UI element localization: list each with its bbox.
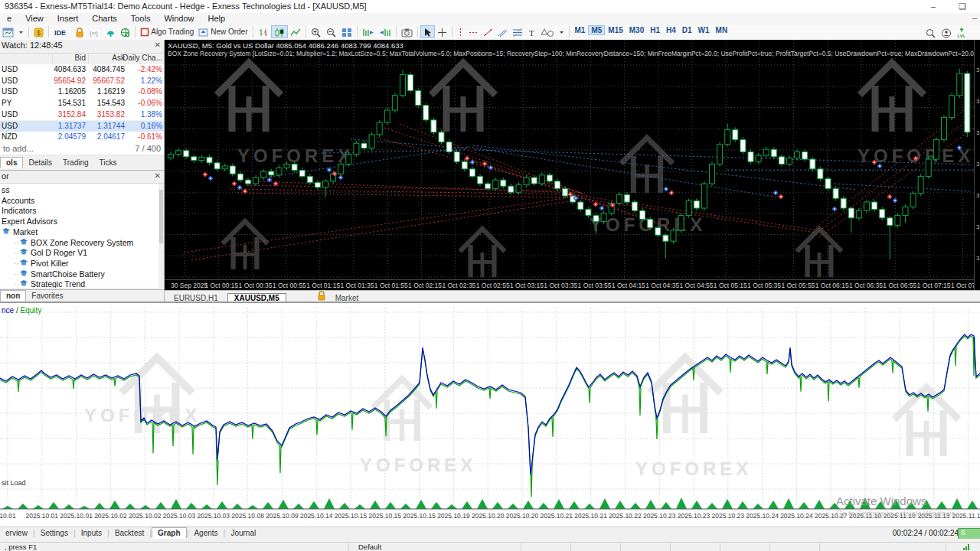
cursor-icon[interactable] bbox=[420, 25, 435, 38]
restore-button[interactable]: ❏ bbox=[951, 1, 974, 11]
nav-item-gol-d-roger-v1[interactable]: ··Gol D Roger V1 bbox=[14, 248, 87, 259]
price-chart[interactable]: YOFOREXYOFOREXYOFOREX bbox=[165, 40, 974, 279]
candles-mode-icon[interactable] bbox=[271, 25, 288, 38]
close-icon[interactable]: ✕ bbox=[155, 41, 161, 49]
tester-tab-agents[interactable]: Agents bbox=[188, 528, 223, 538]
nav-item-smartchoise-battery[interactable]: ··SmartChoise Battery bbox=[14, 269, 105, 280]
menu-item-window[interactable]: Window bbox=[157, 13, 201, 24]
market-watch-row[interactable]: PY154.531154.543-0.06% bbox=[0, 98, 164, 110]
time-label: 1 Oct 02:55 bbox=[476, 282, 510, 289]
tab-details[interactable]: Details bbox=[23, 158, 57, 168]
time-axis[interactable]: 30 Sep 20251 Oct 00:151 Oct 00:351 Oct 0… bbox=[165, 279, 974, 291]
metaquotes-id-icon[interactable]: (∞) bbox=[87, 25, 103, 38]
lock-icon[interactable] bbox=[73, 25, 87, 38]
fibonacci-icon[interactable] bbox=[510, 25, 525, 38]
channel-icon[interactable] bbox=[495, 25, 510, 38]
horizontal-line-icon[interactable] bbox=[466, 25, 481, 38]
timeframe-h4[interactable]: H4 bbox=[663, 25, 679, 35]
ask-cell: 2.04617 bbox=[97, 132, 125, 141]
click-to-add[interactable]: to add... bbox=[3, 144, 34, 153]
equity-legend: Equity bbox=[20, 306, 41, 315]
search-icon[interactable] bbox=[923, 26, 939, 39]
profile-name[interactable]: Default bbox=[358, 543, 381, 551]
tester-tab-graph[interactable]: Graph bbox=[152, 527, 186, 539]
column-header-bid[interactable]: Bid bbox=[75, 54, 86, 62]
algo-trading-button[interactable]: Algo Trading bbox=[138, 25, 196, 38]
nav-item-pivot-killer[interactable]: ··Pivot Killer bbox=[14, 259, 69, 269]
symbol-cell: USD bbox=[2, 122, 18, 130]
ide-icon[interactable]: IDE bbox=[51, 25, 73, 38]
screenshot-icon[interactable] bbox=[399, 25, 415, 38]
chart-minimize-button[interactable]: – bbox=[972, 13, 977, 22]
menu-item-insert[interactable]: Insert bbox=[51, 13, 86, 24]
timeframe-d1[interactable]: D1 bbox=[679, 25, 695, 35]
nav-item-indicators[interactable]: Indicators bbox=[2, 206, 37, 217]
date-label: 2025.10.24 bbox=[780, 512, 813, 520]
tile-windows-icon[interactable] bbox=[339, 25, 354, 38]
nav-item-accounts[interactable]: Accounts bbox=[2, 196, 34, 207]
scrollbar-thumb[interactable] bbox=[159, 190, 163, 243]
tab-ticks[interactable]: Ticks bbox=[94, 158, 122, 168]
dropdown-caret-icon[interactable] bbox=[557, 25, 567, 38]
tester-tab-erview[interactable]: erview bbox=[0, 528, 33, 538]
tab-ols[interactable]: ols bbox=[0, 157, 23, 168]
minimize-button[interactable]: – bbox=[922, 1, 945, 11]
price-label-clipped: 3 bbox=[976, 223, 979, 230]
close-icon[interactable]: ✕ bbox=[155, 171, 161, 180]
balance-icon[interactable]: $ bbox=[31, 25, 46, 38]
lvl-icon[interactable]: LVL bbox=[954, 26, 969, 39]
column-header-change[interactable]: Daily Cha... bbox=[122, 54, 162, 62]
tester-tab-backtest[interactable]: Backtest bbox=[109, 528, 149, 538]
timeframe-m30[interactable]: M30 bbox=[626, 25, 647, 35]
shift-chart-end-icon[interactable] bbox=[360, 25, 377, 38]
timeframe-m5[interactable]: M5 bbox=[588, 25, 605, 35]
tester-tab-settings[interactable]: Settings bbox=[35, 528, 74, 538]
timeframe-w1[interactable]: W1 bbox=[695, 25, 713, 35]
tester-tab-journal[interactable]: Journal bbox=[225, 528, 261, 538]
menu-item-view[interactable]: View bbox=[18, 13, 51, 24]
tester-tab-inputs[interactable]: Inputs bbox=[76, 528, 107, 538]
alerts-icon[interactable] bbox=[103, 25, 118, 38]
community-icon[interactable] bbox=[118, 25, 132, 38]
menu-item-tools[interactable]: Tools bbox=[124, 13, 158, 24]
line-mode-icon[interactable] bbox=[288, 25, 303, 38]
menu-item-e[interactable]: e bbox=[0, 13, 18, 24]
market-watch-row[interactable]: USD95654.9295667.521.22% bbox=[0, 76, 164, 88]
market-watch-row[interactable]: USD1.162051.16219-0.08% bbox=[0, 86, 164, 99]
menu-item-charts[interactable]: Charts bbox=[85, 13, 123, 24]
menu-item-help[interactable]: Help bbox=[201, 13, 233, 24]
nav-item-box-zone-recovery-system[interactable]: ··BOX Zone Recovery System bbox=[14, 238, 133, 249]
chart-window-icon[interactable] bbox=[0, 25, 16, 38]
nav-item-strategic-trend[interactable]: ··Strategic Trend bbox=[14, 279, 85, 288]
price-axis[interactable]: 3333333 bbox=[974, 40, 980, 290]
dropdown-caret-icon[interactable] bbox=[16, 25, 26, 38]
bars-mode-icon[interactable] bbox=[256, 25, 271, 38]
shapes-icon[interactable] bbox=[538, 25, 557, 38]
tab-trading[interactable]: Trading bbox=[57, 158, 94, 168]
timeframe-h1[interactable]: H1 bbox=[647, 25, 663, 35]
timeframe-m15[interactable]: M15 bbox=[605, 25, 626, 35]
text-tool-icon[interactable]: T bbox=[525, 25, 538, 38]
trendline-icon[interactable] bbox=[481, 25, 495, 38]
nav-item-expert-advisors[interactable]: Expert Advisors bbox=[2, 217, 57, 227]
zoom-out-icon[interactable] bbox=[324, 25, 339, 38]
auto-scroll-icon[interactable] bbox=[377, 25, 394, 38]
market-watch-row[interactable]: USD4084.6334084.745-2.42% bbox=[0, 64, 164, 77]
vertical-line-icon[interactable] bbox=[455, 25, 466, 38]
new-order-button[interactable]: New Order bbox=[196, 25, 250, 38]
timeframe-mn[interactable]: MN bbox=[713, 25, 731, 35]
zoom-in-icon[interactable] bbox=[309, 25, 324, 38]
crosshair-icon[interactable] bbox=[435, 25, 449, 38]
tester-graph[interactable]: YOFOREXYOFOREXYOFOREX10.012025.10.012025… bbox=[0, 303, 980, 528]
market-watch-row[interactable]: USD3152.843153.821.38% bbox=[0, 109, 164, 122]
market-watch-row[interactable]: USD1.317371.317440.16% bbox=[0, 121, 164, 133]
svg-text:T: T bbox=[529, 28, 534, 37]
tab-non[interactable]: non bbox=[0, 290, 26, 302]
timeframe-m1[interactable]: M1 bbox=[572, 25, 589, 35]
market-watch-row[interactable]: NZD2.045792.04617-0.61% bbox=[0, 132, 164, 144]
nav-item-market[interactable]: Market bbox=[2, 227, 38, 238]
help-icon[interactable] bbox=[939, 26, 954, 39]
nav-item-ss[interactable]: ss bbox=[2, 185, 10, 196]
ea-params: BOX Zone Recovery System [LotSize=0.01; … bbox=[168, 50, 975, 57]
tab-favorites[interactable]: Favorites bbox=[26, 291, 68, 301]
